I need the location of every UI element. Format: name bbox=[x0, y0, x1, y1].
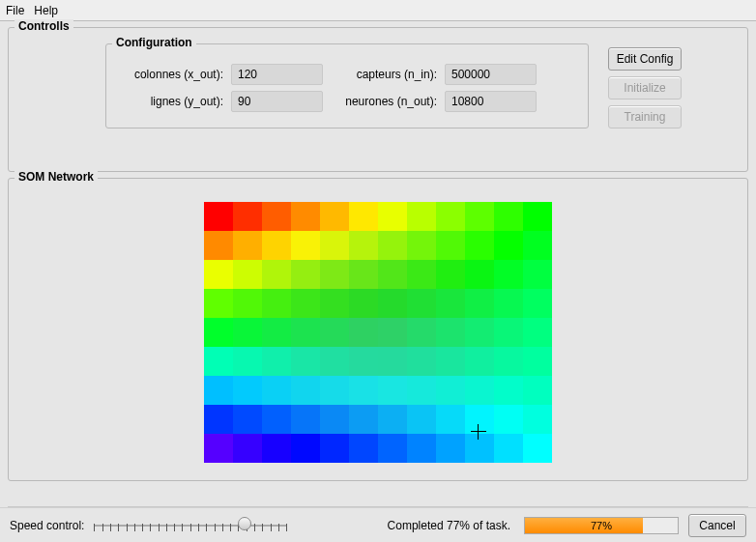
som-cell bbox=[494, 347, 523, 376]
som-cell bbox=[465, 289, 494, 318]
colonnes-label: colonnes (x_out): bbox=[122, 68, 223, 81]
som-cell bbox=[378, 347, 407, 376]
som-cell bbox=[436, 347, 465, 376]
som-cell bbox=[436, 318, 465, 347]
som-cell bbox=[349, 231, 378, 260]
som-cell bbox=[523, 434, 552, 463]
som-cell bbox=[320, 260, 349, 289]
som-cell bbox=[523, 260, 552, 289]
som-cell bbox=[320, 231, 349, 260]
neurones-input[interactable]: 10800 bbox=[445, 91, 537, 112]
progress-bar: 77% bbox=[524, 517, 679, 534]
controls-title: Controlls bbox=[15, 19, 73, 33]
som-cell bbox=[378, 405, 407, 434]
som-cell bbox=[233, 405, 262, 434]
som-cell bbox=[262, 231, 291, 260]
som-cell bbox=[262, 289, 291, 318]
som-cell bbox=[349, 260, 378, 289]
menu-file[interactable]: File bbox=[6, 4, 24, 17]
som-cell bbox=[204, 405, 233, 434]
som-cell bbox=[378, 434, 407, 463]
som-cell bbox=[349, 434, 378, 463]
menu-help[interactable]: Help bbox=[34, 4, 58, 17]
initialize-button: Initialize bbox=[608, 76, 682, 100]
som-cell bbox=[349, 347, 378, 376]
som-cell bbox=[291, 260, 320, 289]
som-cell bbox=[494, 434, 523, 463]
som-cell bbox=[407, 434, 436, 463]
som-cell bbox=[233, 202, 262, 231]
som-cell bbox=[523, 318, 552, 347]
som-cell bbox=[436, 289, 465, 318]
som-cell bbox=[436, 434, 465, 463]
som-cell bbox=[436, 260, 465, 289]
som-cell bbox=[204, 376, 233, 405]
cancel-button[interactable]: Cancel bbox=[688, 514, 746, 537]
som-cell bbox=[523, 231, 552, 260]
som-cell bbox=[320, 289, 349, 318]
colonnes-input[interactable]: 120 bbox=[231, 64, 323, 85]
edit-config-button[interactable]: Edit Config bbox=[608, 47, 682, 71]
som-cell bbox=[436, 202, 465, 231]
som-cell bbox=[349, 289, 378, 318]
som-cell bbox=[233, 231, 262, 260]
som-cell bbox=[233, 318, 262, 347]
som-cell bbox=[494, 231, 523, 260]
som-cell bbox=[407, 289, 436, 318]
som-cell bbox=[291, 434, 320, 463]
som-cell bbox=[262, 260, 291, 289]
som-cell bbox=[378, 231, 407, 260]
configuration-panel: Configuration colonnes (x_out): 120 capt… bbox=[105, 43, 589, 128]
som-color-map[interactable] bbox=[204, 202, 552, 463]
som-cell bbox=[407, 405, 436, 434]
som-cell bbox=[262, 202, 291, 231]
som-cell bbox=[204, 231, 233, 260]
som-title: SOM Network bbox=[15, 170, 98, 184]
som-cell bbox=[233, 289, 262, 318]
capteurs-label: capteurs (n_in): bbox=[331, 68, 437, 81]
som-cell bbox=[320, 434, 349, 463]
som-cell bbox=[233, 260, 262, 289]
controls-panel: Controlls Configuration colonnes (x_out)… bbox=[8, 27, 748, 172]
som-cell bbox=[523, 405, 552, 434]
som-cell bbox=[233, 376, 262, 405]
som-cell bbox=[204, 318, 233, 347]
som-cell bbox=[523, 347, 552, 376]
completed-label: Completed 77% of task. bbox=[388, 519, 510, 532]
som-cell bbox=[204, 289, 233, 318]
som-cell bbox=[320, 376, 349, 405]
som-cell bbox=[494, 318, 523, 347]
lignes-input[interactable]: 90 bbox=[231, 91, 323, 112]
som-cell bbox=[407, 231, 436, 260]
speed-slider-thumb[interactable] bbox=[238, 517, 251, 530]
som-cell bbox=[465, 434, 494, 463]
som-cell bbox=[407, 347, 436, 376]
som-cell bbox=[378, 376, 407, 405]
som-cell bbox=[204, 347, 233, 376]
som-cell bbox=[378, 202, 407, 231]
som-cell bbox=[465, 405, 494, 434]
som-cell bbox=[204, 202, 233, 231]
training-button: Training bbox=[608, 105, 682, 128]
som-cell bbox=[291, 347, 320, 376]
som-cell bbox=[349, 202, 378, 231]
som-cell bbox=[233, 434, 262, 463]
som-cell bbox=[465, 202, 494, 231]
som-cell bbox=[523, 202, 552, 231]
som-cell bbox=[523, 376, 552, 405]
som-cell bbox=[436, 231, 465, 260]
som-cell bbox=[320, 202, 349, 231]
som-cell bbox=[465, 231, 494, 260]
som-cell bbox=[291, 289, 320, 318]
speed-slider[interactable] bbox=[94, 514, 287, 537]
speed-control-label: Speed control: bbox=[10, 519, 84, 532]
som-cell bbox=[262, 434, 291, 463]
som-cell bbox=[204, 260, 233, 289]
som-cell bbox=[262, 318, 291, 347]
som-cell bbox=[407, 376, 436, 405]
capteurs-input[interactable]: 500000 bbox=[445, 64, 537, 85]
lignes-label: lignes (y_out): bbox=[122, 95, 223, 108]
som-cell bbox=[291, 202, 320, 231]
som-cell bbox=[349, 405, 378, 434]
som-cell bbox=[378, 289, 407, 318]
